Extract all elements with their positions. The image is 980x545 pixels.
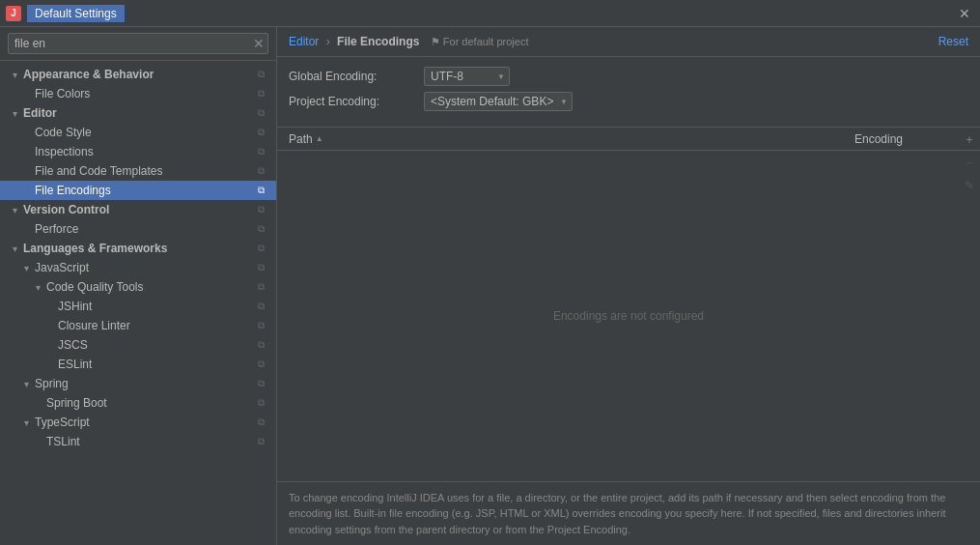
sidebar-item-spring[interactable]: ▾Spring⧉ xyxy=(0,374,276,393)
sidebar-item-code-quality-tools[interactable]: ▾Code Quality Tools⧉ xyxy=(0,277,276,297)
encoding-column-header: Encoding xyxy=(843,132,959,146)
copy-icon-file-encodings: ⧉ xyxy=(253,183,268,198)
expand-icon-tslint xyxy=(31,435,44,448)
sidebar-label-code-quality-tools: Code Quality Tools xyxy=(46,280,253,294)
expand-icon-javascript: ▾ xyxy=(19,261,33,274)
copy-icon-tslint: ⧉ xyxy=(253,434,268,449)
sidebar-item-languages-frameworks[interactable]: ▾Languages & Frameworks⧉ xyxy=(0,239,276,258)
encoding-table-area: Path ▲ Encoding Encodings are not config… xyxy=(277,128,980,481)
project-encoding-row: Project Encoding: <System Default: GBK> … xyxy=(289,92,968,111)
sidebar-item-perforce[interactable]: Perforce⧉ xyxy=(0,219,276,239)
sidebar-label-perforce: Perforce xyxy=(35,222,253,236)
copy-icon-editor: ⧉ xyxy=(253,105,268,121)
copy-icon-code-style: ⧉ xyxy=(253,125,268,140)
sidebar-item-appearance[interactable]: ▾Appearance & Behavior⧉ xyxy=(0,65,276,84)
sidebar-item-tslint[interactable]: TSLint⧉ xyxy=(0,432,276,451)
sidebar-item-typescript[interactable]: ▾TypeScript⧉ xyxy=(0,413,276,432)
project-encoding-select[interactable]: <System Default: GBK> UTF-8 xyxy=(424,92,573,111)
sidebar-label-closure-linter: Closure Linter xyxy=(58,319,253,332)
copy-icon-file-and-code-templates: ⧉ xyxy=(253,163,268,179)
global-encoding-row: Global Encoding: UTF-8 UTF-16 ISO-8859-1 xyxy=(289,67,968,86)
expand-icon-eslint xyxy=(42,358,56,371)
sidebar-label-languages-frameworks: Languages & Frameworks xyxy=(23,242,253,255)
breadcrumb-parent[interactable]: Editor xyxy=(289,35,319,48)
global-encoding-select[interactable]: UTF-8 UTF-16 ISO-8859-1 xyxy=(424,67,510,86)
sidebar-label-inspections: Inspections xyxy=(35,145,253,158)
sidebar-label-jshint: JSHint xyxy=(58,300,253,313)
expand-icon-spring-boot xyxy=(31,396,44,410)
sidebar: ✕ ▾Appearance & Behavior⧉File Colors⧉▾Ed… xyxy=(0,27,277,545)
path-column-header: Path ▲ xyxy=(277,132,843,146)
sidebar-tree: ▾Appearance & Behavior⧉File Colors⧉▾Edit… xyxy=(0,61,276,545)
expand-icon-appearance: ▾ xyxy=(8,68,21,81)
copy-icon-code-quality-tools: ⧉ xyxy=(253,279,268,295)
search-input[interactable] xyxy=(8,33,268,54)
search-clear-icon[interactable]: ✕ xyxy=(253,36,265,51)
copy-icon-closure-linter: ⧉ xyxy=(253,318,268,333)
copy-icon-spring-boot: ⧉ xyxy=(253,395,268,411)
copy-icon-file-colors: ⧉ xyxy=(253,86,268,101)
sidebar-label-spring: Spring xyxy=(35,377,253,390)
sidebar-item-inspections[interactable]: Inspections⧉ xyxy=(0,142,276,161)
expand-icon-code-quality-tools: ▾ xyxy=(31,280,44,294)
copy-icon-spring: ⧉ xyxy=(253,376,268,391)
sidebar-label-editor: Editor xyxy=(23,106,253,120)
expand-icon-spring: ▾ xyxy=(19,377,33,390)
right-header: Editor › File Encodings ⚑ For default pr… xyxy=(277,27,980,57)
copy-icon-eslint: ⧉ xyxy=(253,357,268,372)
expand-icon-file-encodings xyxy=(19,184,33,197)
expand-icon-file-and-code-templates xyxy=(19,164,33,178)
main-content: ✕ ▾Appearance & Behavior⧉File Colors⧉▾Ed… xyxy=(0,27,980,545)
window-title: Default Settings xyxy=(27,5,125,22)
sidebar-item-spring-boot[interactable]: Spring Boot⧉ xyxy=(0,393,276,413)
breadcrumb-note: ⚑ For default project xyxy=(431,36,529,47)
expand-icon-version-control: ▾ xyxy=(8,203,21,216)
sidebar-label-typescript: TypeScript xyxy=(35,416,253,429)
breadcrumb: Editor › File Encodings ⚑ For default pr… xyxy=(289,35,938,48)
expand-icon-file-colors xyxy=(19,87,33,100)
sidebar-item-file-colors[interactable]: File Colors⧉ xyxy=(0,84,276,103)
copy-icon-javascript: ⧉ xyxy=(253,260,268,275)
copy-icon-inspections: ⧉ xyxy=(253,144,268,159)
title-bar: J Default Settings ✕ xyxy=(0,0,980,27)
expand-icon-perforce xyxy=(19,222,33,236)
sidebar-item-file-encodings[interactable]: File Encodings⧉ xyxy=(0,181,276,200)
sidebar-item-file-and-code-templates[interactable]: File and Code Templates⧉ xyxy=(0,161,276,181)
sidebar-item-javascript[interactable]: ▾JavaScript⧉ xyxy=(0,258,276,277)
breadcrumb-current: File Encodings xyxy=(337,35,419,48)
edit-encoding-button[interactable]: ✎ xyxy=(960,176,979,195)
sidebar-item-version-control[interactable]: ▾Version Control⧉ xyxy=(0,200,276,219)
sidebar-label-appearance: Appearance & Behavior xyxy=(23,68,253,81)
expand-icon-inspections xyxy=(19,145,33,158)
expand-icon-languages-frameworks: ▾ xyxy=(8,242,21,255)
reset-button[interactable]: Reset xyxy=(938,35,968,48)
sidebar-item-jscs[interactable]: JSCS⧉ xyxy=(0,335,276,355)
close-button[interactable]: ✕ xyxy=(955,4,974,23)
expand-icon-code-style xyxy=(19,126,33,139)
sidebar-item-editor[interactable]: ▾Editor⧉ xyxy=(0,103,276,123)
sidebar-label-eslint: ESLint xyxy=(58,358,253,371)
sidebar-label-file-and-code-templates: File and Code Templates xyxy=(35,164,253,178)
copy-icon-typescript: ⧉ xyxy=(253,415,268,430)
expand-icon-editor: ▾ xyxy=(8,106,21,120)
expand-icon-closure-linter xyxy=(42,319,56,332)
breadcrumb-arrow: › xyxy=(326,35,333,48)
expand-icon-jshint xyxy=(42,300,56,313)
sidebar-label-file-colors: File Colors xyxy=(35,87,253,100)
sidebar-label-spring-boot: Spring Boot xyxy=(46,396,253,410)
sidebar-label-jscs: JSCS xyxy=(58,338,253,352)
remove-encoding-button[interactable]: － xyxy=(960,153,979,172)
copy-icon-perforce: ⧉ xyxy=(253,221,268,237)
sidebar-item-code-style[interactable]: Code Style⧉ xyxy=(0,123,276,142)
app-icon: J xyxy=(6,6,21,21)
global-encoding-label: Global Encoding: xyxy=(289,70,424,83)
sidebar-item-closure-linter[interactable]: Closure Linter⧉ xyxy=(0,316,276,335)
copy-icon-appearance: ⧉ xyxy=(253,67,268,82)
project-encoding-label: Project Encoding: xyxy=(289,95,424,108)
sidebar-label-tslint: TSLint xyxy=(46,435,253,448)
copy-icon-languages-frameworks: ⧉ xyxy=(253,241,268,256)
encoding-form: Global Encoding: UTF-8 UTF-16 ISO-8859-1… xyxy=(277,57,980,128)
project-encoding-select-wrapper: <System Default: GBK> UTF-8 xyxy=(424,92,573,111)
sidebar-item-jshint[interactable]: JSHint⧉ xyxy=(0,297,276,316)
sidebar-item-eslint[interactable]: ESLint⧉ xyxy=(0,355,276,374)
